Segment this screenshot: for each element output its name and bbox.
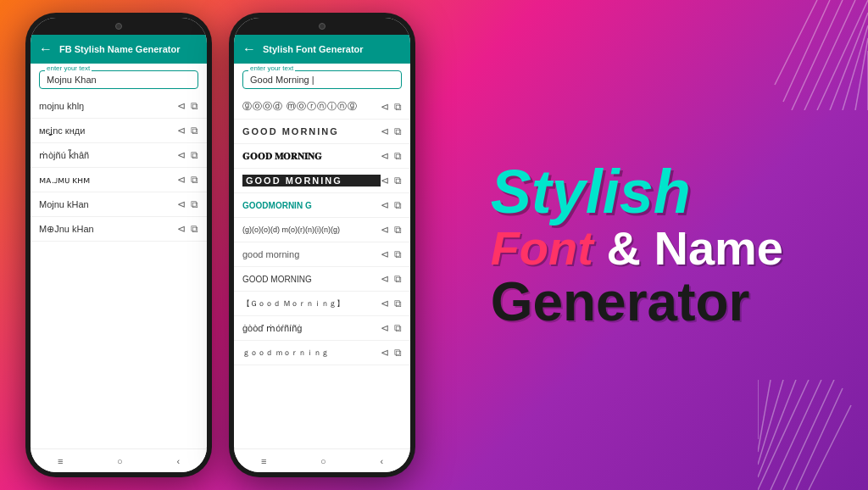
- style-text-2: мєʝnc кнди: [39, 125, 177, 136]
- phone2-input-section: enter your text Good Morning |: [234, 64, 410, 92]
- brand-font-label: Font: [491, 221, 593, 275]
- share-icon[interactable]: ⊲: [177, 100, 186, 112]
- svg-line-9: [758, 380, 809, 490]
- copy-icon[interactable]: ⧉: [394, 298, 402, 309]
- style-text-1: mojnu khlŋ: [39, 101, 177, 111]
- svg-line-3: [855, 38, 868, 110]
- nav-home-2[interactable]: ○: [320, 456, 326, 466]
- svg-line-10: [758, 380, 796, 477]
- copy-icon[interactable]: ⧉: [191, 198, 198, 210]
- copy-icon[interactable]: ⧉: [191, 125, 198, 136]
- list-item: GOODMORNIN G ⊲ ⧉: [234, 193, 410, 218]
- style-text-3: ṁòjñú k̃hâñ: [39, 150, 177, 161]
- copy-icon[interactable]: ⧉: [394, 322, 402, 334]
- share-icon[interactable]: ⊲: [381, 101, 389, 113]
- share-icon[interactable]: ⊲: [177, 149, 186, 161]
- copy-icon[interactable]: ⧉: [394, 125, 402, 137]
- share-icon[interactable]: ⊲: [381, 273, 389, 285]
- style-actions-p2-5: ⊲ ⧉: [381, 199, 402, 211]
- phone2-input-wrapper[interactable]: enter your text Good Morning |: [242, 70, 402, 89]
- style-actions-p2-3: ⊲ ⧉: [381, 150, 402, 162]
- style-actions-p2-7: ⊲ ⧉: [381, 248, 402, 260]
- share-icon[interactable]: ⊲: [177, 198, 186, 210]
- phone1-input-wrapper[interactable]: enter your text Mojnu Khan: [39, 70, 198, 89]
- list-item: mojnu khlŋ ⊲ ⧉: [31, 94, 207, 119]
- list-item: ｇｏｏｄ ｍｏｒｎｉｎｇ ⊲ ⧉: [234, 341, 410, 365]
- share-icon[interactable]: ⊲: [381, 199, 389, 211]
- phone1-title: FB Stylish Name Generator: [59, 44, 180, 54]
- list-item: ṁòjñú k̃hâñ ⊲ ⧉: [31, 143, 207, 168]
- share-icon[interactable]: ⊲: [177, 174, 186, 186]
- phone2-input-label: enter your text: [248, 64, 295, 72]
- copy-icon[interactable]: ⧉: [191, 100, 198, 112]
- camera-2: [319, 23, 326, 30]
- brand-font-name-text: Font & Name: [491, 222, 783, 275]
- list-item: ġòòď ṁóŕñíñġ ⊲ ⧉: [234, 316, 410, 341]
- style-actions-p2-4: ⊲ ⧉: [381, 175, 402, 187]
- list-item: M⊕Jnu kHan ⊲ ⧉: [31, 217, 207, 242]
- nav-back-2[interactable]: ‹: [380, 456, 383, 466]
- list-item: мєʝnc кнди ⊲ ⧉: [31, 119, 207, 143]
- svg-line-16: [796, 388, 843, 490]
- style-actions-p2-10: ⊲ ⧉: [381, 322, 402, 334]
- style-actions-1: ⊲ ⧉: [177, 100, 198, 112]
- phone2-header: ← Stylish Font Generator: [234, 35, 410, 64]
- share-icon[interactable]: ⊲: [381, 125, 389, 137]
- list-item: good morning ⊲ ⧉: [234, 242, 410, 267]
- copy-icon[interactable]: ⧉: [394, 224, 402, 236]
- svg-line-6: [792, 0, 843, 110]
- copy-icon[interactable]: ⧉: [394, 273, 402, 285]
- style-text-p2-1: ⓖⓞⓞⓓ ⓜⓞⓡⓝⓘⓝⓖ: [242, 100, 381, 113]
- list-item: (g)(o)(o)(d) m(o)(r)(n)(i)(n)(g) ⊲ ⧉: [234, 218, 410, 242]
- style-text-p2-10: ġòòď ṁóŕñíñġ: [242, 323, 381, 334]
- share-icon[interactable]: ⊲: [381, 347, 389, 359]
- phone-2: ← Stylish Font Generator enter your text…: [229, 13, 415, 477]
- copy-icon[interactable]: ⧉: [394, 101, 402, 113]
- phone1-nav: ≡ ○ ‹: [31, 448, 207, 472]
- style-actions-p2-6: ⊲ ⧉: [381, 224, 402, 236]
- phone1-back-arrow[interactable]: ←: [39, 42, 53, 57]
- svg-line-7: [783, 0, 830, 102]
- share-icon[interactable]: ⊲: [381, 175, 389, 187]
- copy-icon[interactable]: ⧉: [191, 174, 198, 186]
- share-icon[interactable]: ⊲: [381, 298, 389, 309]
- phone2-input-value[interactable]: Good Morning |: [250, 75, 394, 85]
- nav-menu-1[interactable]: ≡: [58, 456, 63, 466]
- style-text-p2-7: good morning: [242, 249, 381, 259]
- share-icon[interactable]: ⊲: [381, 224, 389, 236]
- share-icon[interactable]: ⊲: [177, 125, 186, 136]
- style-text-p2-3: 𝐆𝐎𝐎𝐃 𝐌𝐎𝐑𝐍𝐈𝐍𝐆: [242, 151, 381, 162]
- copy-icon[interactable]: ⧉: [394, 347, 402, 359]
- style-actions-p2-8: ⊲ ⧉: [381, 273, 402, 285]
- svg-line-15: [783, 380, 834, 490]
- list-item: Mojnu kHan ⊲ ⧉: [31, 192, 207, 217]
- list-item: GOOD MORNING ⊲ ⧉: [234, 267, 410, 292]
- brand-and-name-label: & Name: [606, 221, 783, 275]
- list-item: GOOD MORNING ⊲ ⧉: [234, 120, 410, 144]
- copy-icon[interactable]: ⧉: [394, 150, 402, 162]
- share-icon[interactable]: ⊲: [381, 150, 389, 162]
- copy-icon[interactable]: ⧉: [191, 149, 198, 161]
- copy-icon[interactable]: ⧉: [394, 248, 402, 260]
- style-text-5: Mojnu kHan: [39, 199, 177, 209]
- style-text-p2-5: GOODMORNIN G: [242, 201, 381, 210]
- camera-1: [115, 23, 122, 30]
- nav-back-1[interactable]: ‹: [176, 456, 180, 466]
- phone1-input-value[interactable]: Mojnu Khan: [47, 75, 191, 85]
- list-item: ⓖⓞⓞⓓ ⓜⓞⓡⓝⓘⓝⓖ ⊲ ⧉: [234, 94, 410, 120]
- list-item: 𝐆𝐎𝐎𝐃 𝐌𝐎𝐑𝐍𝐈𝐍𝐆 ⊲ ⧉: [234, 144, 410, 169]
- share-icon[interactable]: ⊲: [177, 223, 186, 235]
- copy-icon[interactable]: ⧉: [191, 223, 198, 235]
- copy-icon[interactable]: ⧉: [394, 175, 402, 187]
- phone-1: ← FB Stylish Name Generator enter your t…: [25, 13, 212, 477]
- nav-menu-2[interactable]: ≡: [261, 456, 266, 466]
- phone1-top: [31, 18, 207, 35]
- share-icon[interactable]: ⊲: [381, 248, 389, 260]
- copy-icon[interactable]: ⧉: [394, 199, 402, 211]
- nav-home-1[interactable]: ○: [117, 456, 123, 466]
- phone2-back-arrow[interactable]: ←: [242, 42, 256, 57]
- style-actions-3: ⊲ ⧉: [177, 149, 198, 161]
- style-actions-p2-1: ⊲ ⧉: [381, 101, 402, 113]
- share-icon[interactable]: ⊲: [381, 322, 389, 334]
- style-text-p2-8: GOOD MORNING: [242, 275, 381, 284]
